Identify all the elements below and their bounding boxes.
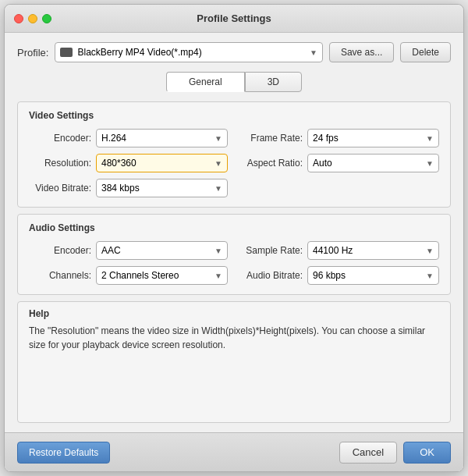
chevron-down-icon: ▼ xyxy=(214,184,222,193)
resolution-select[interactable]: 480*360 ▼ xyxy=(96,154,228,172)
resolution-label: Resolution: xyxy=(29,158,91,169)
tab-general[interactable]: General xyxy=(166,72,245,92)
footer: Restore Defaults Cancel OK xyxy=(5,432,463,471)
chevron-down-icon: ▼ xyxy=(426,159,434,168)
profile-settings-window: Profile Settings Profile: BlackBerry MP4… xyxy=(4,4,464,472)
chevron-down-icon: ▼ xyxy=(426,272,434,280)
video-settings-section: Video Settings Encoder: H.264 ▼ Frame Ra… xyxy=(17,101,451,208)
sample-rate-select[interactable]: 44100 Hz ▼ xyxy=(307,241,439,260)
profile-row: Profile: BlackBerry MP4 Video(*.mp4) ▼ S… xyxy=(17,42,451,62)
profile-select[interactable]: BlackBerry MP4 Video(*.mp4) ▼ xyxy=(55,42,322,62)
sample-rate-field-row: Sample Rate: 44100 Hz ▼ xyxy=(240,241,439,260)
help-section: Help The "Resolution" means the video si… xyxy=(17,301,451,423)
encoder-field-row: Encoder: H.264 ▼ xyxy=(29,129,228,147)
audio-bitrate-select[interactable]: 96 kbps ▼ xyxy=(307,266,439,285)
main-content: Profile: BlackBerry MP4 Video(*.mp4) ▼ S… xyxy=(5,33,463,432)
audio-bitrate-field-row: Audio Bitrate: 96 kbps ▼ xyxy=(240,266,439,285)
traffic-lights xyxy=(14,14,51,23)
audio-encoder-field-row: Encoder: AAC ▼ xyxy=(29,241,228,260)
restore-defaults-button[interactable]: Restore Defaults xyxy=(17,442,110,464)
save-as-button[interactable]: Save as... xyxy=(329,42,394,62)
help-title: Help xyxy=(29,308,439,319)
aspect-ratio-value: Auto xyxy=(313,158,332,169)
profile-icon xyxy=(60,48,73,57)
video-bitrate-select[interactable]: 384 kbps ▼ xyxy=(96,179,228,197)
channels-value: 2 Channels Stereo xyxy=(101,270,179,281)
encoder-value: H.264 xyxy=(101,133,126,144)
chevron-down-icon: ▼ xyxy=(426,134,434,143)
audio-bitrate-value: 96 kbps xyxy=(313,270,346,281)
frame-rate-label: Frame Rate: xyxy=(240,133,303,144)
maximize-button[interactable] xyxy=(42,14,51,23)
channels-select[interactable]: 2 Channels Stereo ▼ xyxy=(96,266,228,285)
resolution-value: 480*360 xyxy=(101,158,136,169)
audio-encoder-value: AAC xyxy=(101,245,121,256)
audio-encoder-select[interactable]: AAC ▼ xyxy=(96,241,228,260)
tab-3d[interactable]: 3D xyxy=(245,72,302,92)
frame-rate-value: 24 fps xyxy=(313,133,339,144)
channels-label: Channels: xyxy=(29,270,91,281)
aspect-ratio-select[interactable]: Auto ▼ xyxy=(307,154,439,172)
chevron-down-icon: ▼ xyxy=(214,159,222,168)
video-fields-grid: Encoder: H.264 ▼ Frame Rate: 24 fps ▼ Re… xyxy=(29,129,439,197)
profile-value: BlackBerry MP4 Video(*.mp4) xyxy=(77,47,201,58)
video-bitrate-field-row: Video Bitrate: 384 kbps ▼ xyxy=(29,179,228,197)
chevron-down-icon: ▼ xyxy=(310,48,317,57)
frame-rate-select[interactable]: 24 fps ▼ xyxy=(307,129,439,147)
chevron-down-icon: ▼ xyxy=(214,272,222,280)
audio-fields-grid: Encoder: AAC ▼ Sample Rate: 44100 Hz ▼ C… xyxy=(29,241,439,285)
sample-rate-value: 44100 Hz xyxy=(313,245,353,256)
audio-settings-section: Audio Settings Encoder: AAC ▼ Sample Rat… xyxy=(17,214,451,295)
delete-button[interactable]: Delete xyxy=(400,42,451,62)
audio-settings-title: Audio Settings xyxy=(29,222,439,233)
chevron-down-icon: ▼ xyxy=(214,247,222,255)
cancel-button[interactable]: Cancel xyxy=(339,442,397,464)
video-bitrate-label: Video Bitrate: xyxy=(29,183,91,194)
profile-label: Profile: xyxy=(17,47,48,59)
video-bitrate-value: 384 kbps xyxy=(101,183,140,194)
audio-bitrate-label: Audio Bitrate: xyxy=(240,270,303,281)
minimize-button[interactable] xyxy=(28,14,37,23)
audio-encoder-label: Encoder: xyxy=(29,245,91,256)
sample-rate-label: Sample Rate: xyxy=(240,245,303,256)
tabs-row: General 3D xyxy=(17,72,451,92)
chevron-down-icon: ▼ xyxy=(426,247,434,255)
encoder-label: Encoder: xyxy=(29,133,91,144)
frame-rate-field-row: Frame Rate: 24 fps ▼ xyxy=(240,129,439,147)
help-text: The "Resolution" means the video size in… xyxy=(29,324,439,352)
footer-right-buttons: Cancel OK xyxy=(339,442,451,464)
aspect-ratio-label: Aspect Ratio: xyxy=(240,158,303,169)
title-bar: Profile Settings xyxy=(5,5,463,33)
aspect-ratio-field-row: Aspect Ratio: Auto ▼ xyxy=(240,154,439,172)
video-settings-title: Video Settings xyxy=(29,110,439,121)
encoder-select[interactable]: H.264 ▼ xyxy=(96,129,228,147)
window-title: Profile Settings xyxy=(197,12,271,24)
resolution-field-row: Resolution: 480*360 ▼ xyxy=(29,154,228,172)
channels-field-row: Channels: 2 Channels Stereo ▼ xyxy=(29,266,228,285)
close-button[interactable] xyxy=(14,14,23,23)
ok-button[interactable]: OK xyxy=(403,442,451,464)
chevron-down-icon: ▼ xyxy=(214,134,222,143)
